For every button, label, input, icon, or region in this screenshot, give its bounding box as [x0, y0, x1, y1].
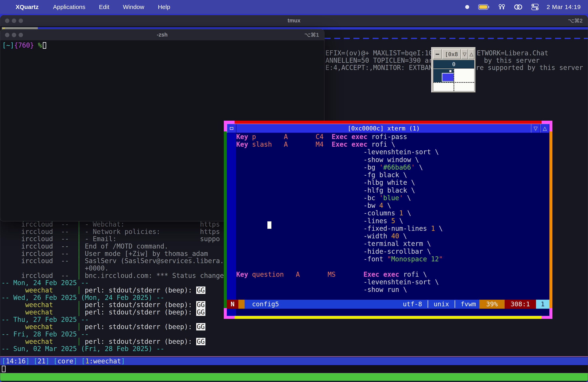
frame-border-right[interactable] — [549, 132, 552, 308]
text-segment: perl: stdout/stderr (beep): — [85, 338, 192, 345]
xterm-window: [0xc0000c] xterm (1) ▽ △ KeypAC4Exec exe… — [224, 121, 552, 319]
text-segment: │ — [77, 301, 81, 308]
text-segment: 14:16 — [6, 357, 26, 365]
text-segment: -- — [61, 228, 69, 235]
text-segment: User mode [+Ziw] by thomas_adam — [85, 250, 208, 257]
frame-border-bottom[interactable] — [235, 316, 542, 319]
handoff-link-icon[interactable] — [514, 4, 523, 10]
window-menu-button[interactable] — [227, 124, 236, 133]
text-segment: │ — [77, 243, 81, 250]
text-segment: weechat — [25, 338, 53, 345]
text-segment: -levenshtein-sort \ — [363, 278, 439, 286]
menu-xquartz[interactable]: XQuartz — [8, 4, 46, 10]
pager-grid-divider — [433, 82, 474, 83]
text-segment: │ — [77, 323, 81, 330]
frame-corner-handle[interactable] — [549, 121, 552, 132]
text-segment: perl: stdout/stderr (beep): — [85, 308, 192, 316]
text-segment: MS — [328, 271, 336, 278]
fvwm-titlebar[interactable]: [0xc0000c] xterm (1) ▽ △ — [227, 124, 549, 133]
text-segment: Key — [236, 133, 248, 141]
menu-help[interactable]: Help — [151, 4, 177, 10]
text-segment: ' — [399, 194, 403, 202]
pager-window-thumbnail-small[interactable] — [449, 70, 452, 73]
text-cursor — [267, 221, 272, 229]
text-segment: :weechat — [89, 357, 121, 365]
text-segment: EFIX=(ov)@+ MAXLIST=bqeI:10 — [325, 49, 433, 57]
vim-buffer[interactable]: KeypAC4Exec execrofi-passKeyslashAM4Exec… — [227, 133, 549, 307]
frame-corner-handle[interactable] — [224, 121, 227, 132]
text-segment: irccloud — [21, 243, 53, 250]
control-center-icon[interactable] — [531, 4, 539, 10]
pager-maximize-button[interactable]: △ — [468, 49, 474, 59]
text-segment: A — [296, 271, 300, 278]
vim-mode-indicator: N — [227, 300, 238, 309]
text-segment: E:4,ACCEPT:,MONITOR: EXTBAN — [325, 64, 433, 71]
vim-filename: config5 — [252, 300, 279, 309]
text-segment: Exec exec — [332, 133, 367, 141]
xterm-title: [0xc0000c] xterm (1) — [236, 125, 531, 132]
text-segment: bnc.irccloud.com: *** Status changed — [85, 272, 224, 279]
text-segment: GG — [196, 338, 205, 345]
pager-title[interactable]: [0x8 — [442, 49, 461, 59]
text-segment: -terminal xterm \ — [363, 240, 431, 248]
iconify-button[interactable]: ▽ — [531, 124, 540, 133]
battery-icon[interactable] — [478, 4, 489, 10]
text-segment: 1 — [399, 209, 403, 217]
menu-bar: XQuartz Applications Edit Window Help 2 … — [0, 0, 588, 14]
text-segment: weechat — [25, 286, 53, 294]
text-segment: [ — [81, 357, 85, 365]
text-segment: │ — [77, 272, 81, 279]
text-segment: irccloud — [21, 272, 53, 279]
text-segment: GG — [196, 301, 205, 308]
menu-edit[interactable]: Edit — [92, 4, 116, 10]
text-segment: -hlfg black \ — [363, 187, 415, 194]
text-segment: -- — [61, 257, 69, 265]
zsh-window-titlebar[interactable]: -zsh ⌥⌘1 — [0, 29, 324, 40]
pager-window-thumbnail[interactable] — [442, 73, 454, 82]
text-segment: \ — [403, 232, 407, 240]
menu-bar-clock[interactable]: 2 Mar 14:19 — [546, 4, 581, 10]
tmux-status-bar: [0] 0:ssh* "pipin.local" 14:19 02-Mar-2 — [0, 373, 588, 381]
text-segment: rofi \ — [403, 271, 427, 278]
text-segment: │ — [77, 235, 81, 243]
vim-cursor-position: 308:1 — [504, 300, 536, 309]
text-segment: -hide-scrollbar \ — [363, 248, 431, 255]
frame-border-left[interactable] — [224, 132, 227, 308]
pager-desktop-grid[interactable]: 0 — [433, 60, 474, 91]
text-segment: -- — [61, 235, 69, 243]
airpods-icon[interactable] — [498, 4, 505, 10]
frame-corner-handle[interactable] — [549, 308, 552, 319]
pager-iconify-button[interactable]: ▽ — [461, 49, 468, 59]
frame-corner-handle[interactable] — [224, 308, 227, 319]
maximize-button[interactable]: △ — [540, 124, 549, 133]
text-segment: C4 — [315, 133, 324, 141]
text-segment: ~ — [6, 41, 10, 49]
text-segment: 40 — [391, 232, 399, 240]
text-segment: │ — [77, 257, 81, 265]
text-segment: ] — [26, 357, 30, 365]
recording-indicator-icon — [465, 5, 469, 9]
menu-applications[interactable]: Applications — [46, 4, 92, 10]
text-segment: - Email: — [85, 235, 117, 243]
text-segment: Exec exec — [332, 141, 367, 148]
text-segment: - Webchat: — [85, 221, 125, 228]
text-segment: -fg black \ — [363, 171, 407, 179]
text-segment: Monospace 12 — [391, 255, 439, 263]
text-segment: \ — [407, 209, 411, 217]
pager-minimize-button[interactable] — [433, 49, 441, 59]
text-segment: -- — [61, 272, 69, 279]
weechat-input-bar[interactable] — [0, 365, 588, 373]
text-segment: -- — [61, 250, 69, 257]
text-segment: 4 — [379, 202, 383, 209]
frame-border-top[interactable] — [235, 121, 542, 124]
weechat-separator-line — [0, 356, 588, 357]
text-segment: -- Sun, 02 Mar 2025 (Fri, 28 Feb 2025) -… — [1, 345, 164, 352]
shell-prompt[interactable]: [~]{760} % — [2, 41, 46, 49]
menu-window[interactable]: Window — [116, 4, 151, 10]
input-cursor — [2, 366, 6, 372]
text-segment: irccloud — [21, 257, 53, 265]
text-segment — [30, 357, 34, 365]
text-segment: A — [284, 133, 288, 141]
text-segment — [34, 41, 38, 49]
text-segment: ] — [46, 357, 50, 365]
